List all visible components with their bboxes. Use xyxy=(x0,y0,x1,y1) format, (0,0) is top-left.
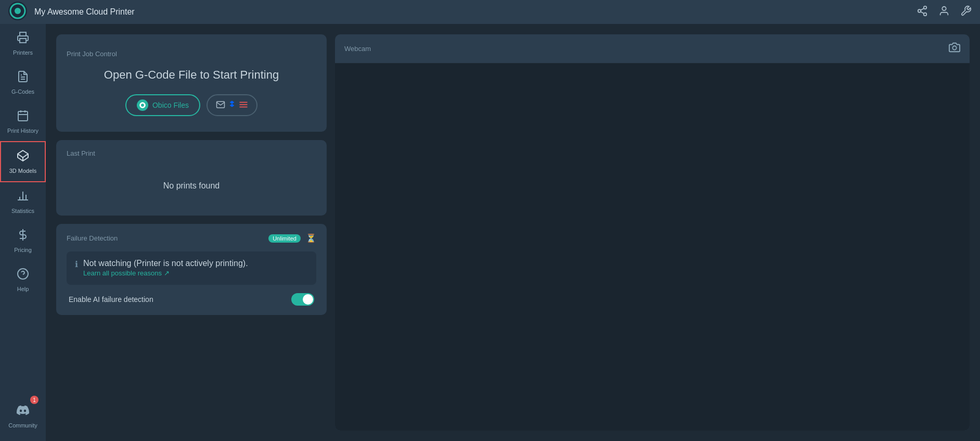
failure-title: Failure Detection xyxy=(67,234,263,242)
sidebar-label-pricing: Pricing xyxy=(14,247,32,253)
unlimited-badge: Unlimited xyxy=(268,234,301,243)
sidebar-item-3d-models[interactable]: 3D Models xyxy=(0,141,46,182)
sidebar-item-print-history[interactable]: Print History xyxy=(0,102,46,141)
discord-icon xyxy=(17,404,29,420)
open-gcode-label: Open G-Code File to Start Printing xyxy=(104,68,279,82)
sidebar-label-statistics: Statistics xyxy=(11,208,34,214)
wrench-icon[interactable] xyxy=(960,5,972,19)
other-service-icons xyxy=(216,100,248,111)
pricing-icon xyxy=(17,229,29,244)
printer-icon xyxy=(17,31,29,47)
share-icon[interactable] xyxy=(917,5,928,19)
failure-link-text: Learn all possible reasons xyxy=(83,269,162,277)
enable-ai-toggle[interactable] xyxy=(291,293,314,306)
other-files-button[interactable] xyxy=(207,94,257,116)
webcam-header: Webcam xyxy=(335,34,970,64)
external-link-icon: ↗ xyxy=(164,269,170,277)
failure-info-box: ℹ Not watching (Printer is not actively … xyxy=(67,251,316,285)
sidebar-item-statistics[interactable]: Statistics xyxy=(0,182,46,221)
app-header: My Awesome Cloud Printer xyxy=(0,0,980,24)
no-prints-label: No prints found xyxy=(67,166,316,206)
print-job-control-card: Print Job Control Open G-Code File to St… xyxy=(56,34,327,132)
sidebar-item-pricing[interactable]: Pricing xyxy=(0,221,46,260)
svg-point-5 xyxy=(924,12,927,15)
failure-header: Failure Detection Unlimited ⏳ xyxy=(67,233,316,243)
header-actions xyxy=(917,5,972,19)
enable-ai-label: Enable AI failure detection xyxy=(69,295,153,304)
file-button-row: Obico Files xyxy=(125,94,257,116)
sidebar-label-printers: Printers xyxy=(13,49,33,56)
user-icon[interactable] xyxy=(938,5,950,19)
chart-icon xyxy=(17,190,29,205)
svg-line-7 xyxy=(921,8,924,10)
right-panel: Webcam xyxy=(335,34,970,431)
svg-point-3 xyxy=(924,6,927,9)
svg-rect-12 xyxy=(18,111,28,121)
page-title: My Awesome Cloud Printer xyxy=(34,7,917,17)
gcodes-icon xyxy=(17,70,29,86)
svg-point-4 xyxy=(918,9,921,12)
last-print-card: Last Print No prints found xyxy=(56,140,327,216)
sidebar-item-gcodes[interactable]: G-Codes xyxy=(0,63,46,102)
models-icon xyxy=(17,149,29,165)
sidebar-item-community[interactable]: 1 Community xyxy=(0,397,46,436)
dropbox-service-icon xyxy=(227,100,237,111)
email-service-icon xyxy=(216,100,225,111)
webcam-card: Webcam xyxy=(335,34,970,431)
print-job-title: Print Job Control xyxy=(67,50,117,58)
sidebar-label-gcodes: G-Codes xyxy=(11,89,34,95)
sidebar-label-print-history: Print History xyxy=(7,128,38,134)
help-icon xyxy=(17,268,29,283)
obico-logo-icon xyxy=(137,99,148,111)
main-content: Print Job Control Open G-Code File to St… xyxy=(46,24,980,441)
failure-detection-card: Failure Detection Unlimited ⏳ ℹ Not watc… xyxy=(56,224,327,315)
svg-line-6 xyxy=(921,11,924,14)
sidebar-label-community: Community xyxy=(8,422,37,429)
last-print-title: Last Print xyxy=(67,149,316,157)
hourglass-icon: ⏳ xyxy=(306,233,316,243)
sidebar-label-3d-models: 3D Models xyxy=(9,168,37,174)
left-panel: Print Job Control Open G-Code File to St… xyxy=(56,34,327,431)
sidebar: Printers G-Codes Print History xyxy=(0,0,46,441)
svg-point-30 xyxy=(952,46,956,49)
failure-info-text: Not watching (Printer is not actively pr… xyxy=(83,259,248,268)
webcam-feed xyxy=(335,64,970,431)
calendar-icon xyxy=(17,109,29,125)
webcam-title: Webcam xyxy=(344,45,371,53)
obico-files-button[interactable]: Obico Files xyxy=(125,94,200,116)
camera-icon[interactable] xyxy=(949,42,960,56)
info-icon: ℹ xyxy=(75,259,78,269)
app-logo xyxy=(8,2,27,22)
svg-rect-9 xyxy=(20,39,26,43)
sidebar-label-help: Help xyxy=(17,286,29,292)
sidebar-item-help[interactable]: Help xyxy=(0,260,46,299)
failure-info-content: Not watching (Printer is not actively pr… xyxy=(83,259,248,278)
enable-ai-row: Enable AI failure detection xyxy=(67,293,316,306)
svg-point-26 xyxy=(141,104,144,107)
sidebar-bottom: 1 Community xyxy=(0,397,46,441)
svg-point-8 xyxy=(942,6,946,10)
obico-files-label: Obico Files xyxy=(152,101,189,109)
sidebar-item-printers[interactable]: Printers xyxy=(0,24,46,63)
svg-point-2 xyxy=(15,8,21,14)
failure-learn-link[interactable]: Learn all possible reasons ↗ xyxy=(83,269,170,277)
community-notification-badge: 1 xyxy=(30,396,38,404)
other-service-icon-3 xyxy=(239,100,248,111)
